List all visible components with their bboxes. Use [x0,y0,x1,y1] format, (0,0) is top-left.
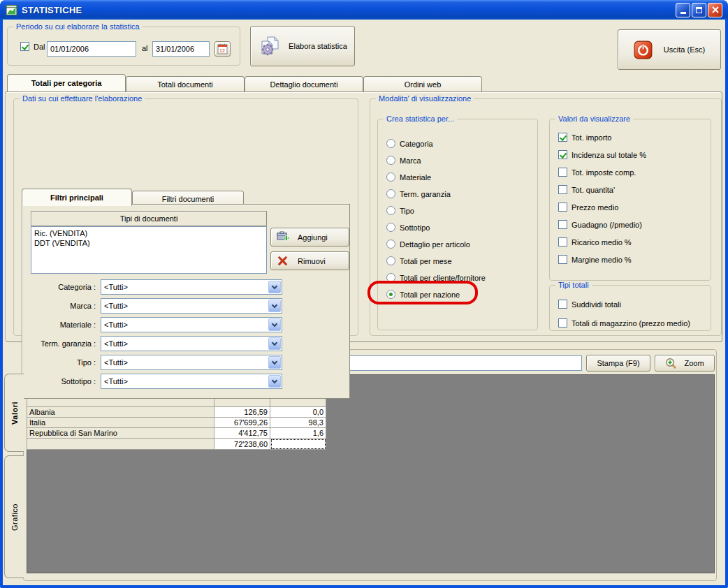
checkbox-icon[interactable] [558,300,567,309]
dal-checkbox[interactable] [20,42,29,51]
uscita-label: Uscita (Esc) [664,45,705,54]
cell-nazione[interactable]: Albania [27,407,214,418]
radio-option-categoria[interactable]: Categoria [386,139,532,148]
cell-nazione[interactable]: Italia [27,418,214,428]
stampa-button[interactable]: Stampa (F9) [586,355,650,372]
al-label: al [142,44,148,52]
term-garanzia-select[interactable]: <Tutti> [101,336,282,351]
radio-icon[interactable] [386,273,395,282]
checkbox-option-prezzo-medio[interactable]: Prezzo medio [558,203,705,212]
radio-icon[interactable] [386,189,395,198]
radio-icon[interactable] [386,256,395,265]
radio-icon[interactable] [386,139,395,148]
radio-option-dettaglio-per-articolo[interactable]: Dettaglio per articolo [386,240,532,249]
radio-icon[interactable] [386,240,395,249]
chevron-down-icon[interactable] [268,300,281,312]
cell-incidenza[interactable]: 1,6 [270,428,326,439]
cell-valore[interactable]: 4'412,75 [214,428,270,439]
categoria-select[interactable]: <Tutti> [101,279,282,295]
checkbox-option-incidenza-sul-totale[interactable]: Incidenza sul totale % [558,150,705,159]
cell-incidenza[interactable]: 0,0 [270,407,326,418]
checkbox-option-ricarico-medio[interactable]: Ricarico medio % [558,237,705,247]
list-item[interactable]: Ric. (VENDITA) [34,228,263,238]
checkbox-option-margine-medio[interactable]: Margine medio % [558,255,705,264]
close-button[interactable] [708,3,722,17]
tab-filtri-principali[interactable]: Filtri principali [22,189,132,206]
tab-totali-documenti[interactable]: Totali documenti [126,76,245,91]
chevron-down-icon[interactable] [268,356,281,369]
checkbox-icon[interactable] [558,237,567,247]
title-bar[interactable]: STATISTICHE [0,0,728,20]
cell-nazione[interactable]: Repubblica di San Marino [27,428,214,439]
cell-incidenza[interactable]: 98,3 [270,418,326,428]
checkbox-option-suddividi-totali[interactable]: Suddividi totali [558,300,705,309]
side-tab-grafico[interactable]: Grafico [4,455,24,578]
filter-row: Term. garanzia : <Tutti> [22,336,351,351]
elabora-statistica-button[interactable]: Elabora statistica [250,26,355,66]
calendar-button[interactable]: 12 [214,41,231,57]
checkbox-option-guadagno[interactable]: Guadagno (/pmedio) [558,220,705,229]
checkbox-icon[interactable] [558,255,567,264]
checkbox-label: Tot. imposte comp. [572,168,636,177]
doc-types-listbox[interactable]: Ric. (VENDITA) DDT (VENDITA) [31,226,267,274]
radio-icon[interactable] [386,223,395,232]
checkbox-label: Margine medio % [572,256,632,264]
date-from-input[interactable]: 01/01/2006 [47,41,136,57]
checkbox-icon[interactable] [558,203,567,212]
chevron-down-icon[interactable] [268,318,281,331]
cell-valore[interactable]: 67'699,26 [214,418,270,428]
marca-select[interactable]: <Tutti> [101,298,282,314]
checkbox-label: Suddividi totali [572,300,621,309]
uscita-button[interactable]: Uscita (Esc) [618,29,721,70]
checkbox-icon[interactable] [558,150,567,159]
filter-row: Categoria : <Tutti> [22,279,351,295]
radio-icon[interactable] [386,290,395,299]
chevron-down-icon[interactable] [268,337,281,350]
chevron-down-icon[interactable] [268,375,281,388]
checkbox-icon[interactable] [558,133,567,142]
checkbox-option-tot-quantita[interactable]: Tot. quantita' [558,185,705,194]
checkbox-icon[interactable] [558,220,567,229]
radio-option-totali-per-cliente-fornitore[interactable]: Totali per cliente/fornitore [386,273,532,282]
radio-option-sottotipo[interactable]: Sottotipo [386,223,532,232]
side-tab-valori[interactable]: Valori [4,374,24,452]
tab-label: Filtri documenti [162,195,214,203]
radio-option-totali-per-mese[interactable]: Totali per mese [386,256,532,265]
tipo-select[interactable]: <Tutti> [101,355,282,370]
cell-valore[interactable]: 126,59 [214,407,270,418]
chevron-down-icon[interactable] [268,281,281,293]
radio-option-term-garanzia[interactable]: Term. garanzia [386,189,532,198]
aggiungi-button[interactable]: Aggiungi [270,228,349,247]
checkbox-option-tot-imposte-comp[interactable]: Tot. imposte comp. [558,168,705,177]
zoom-button[interactable]: Zoom [655,355,715,372]
checkbox-option-tot-importo[interactable]: Tot. importo [558,133,705,142]
checkbox-label: Guadagno (/pmedio) [572,221,642,229]
radio-option-marca[interactable]: Marca [386,156,532,165]
radio-option-tipo[interactable]: Tipo [386,206,532,215]
radio-icon[interactable] [386,172,395,182]
checkbox-icon[interactable] [558,318,567,328]
cell-valore-total[interactable]: 72'238,60 [214,439,270,450]
maximize-button[interactable] [692,3,706,17]
crea-statistica-legend: Crea statistica per... [384,115,457,123]
checkbox-option-totali-di-magazzino[interactable]: Totali di magazzino (prezzo medio) [558,318,705,328]
radio-icon[interactable] [386,206,395,215]
sottotipo-select[interactable]: <Tutti> [101,374,282,389]
radio-icon[interactable] [386,156,395,165]
rimuovi-button[interactable]: Rimuovi [270,251,349,270]
filter-row: Materiale : <Tutti> [22,317,351,332]
checkbox-icon[interactable] [558,168,567,177]
cell-incidenza-total-focused[interactable] [270,439,326,450]
side-tab-label: Grafico [10,504,19,531]
date-to-input[interactable]: 31/01/2006 [152,41,210,57]
tab-totali-per-categoria[interactable]: Totali per categoria [7,74,126,91]
minimize-button[interactable] [676,3,690,17]
checkbox-icon[interactable] [558,185,567,194]
list-item[interactable]: DDT (VENDITA) [34,238,263,248]
tab-dettaglio-documenti[interactable]: Dettaglio documenti [245,76,363,91]
tab-ordini-web[interactable]: Ordini web [363,76,482,91]
valori-groupbox: Valori da visualizzare Tot. importo Inci… [549,119,711,281]
radio-option-totali-per-nazione[interactable]: Totali per nazione [386,290,532,299]
materiale-select[interactable]: <Tutti> [101,317,282,332]
radio-option-materiale[interactable]: Materiale [386,172,532,182]
